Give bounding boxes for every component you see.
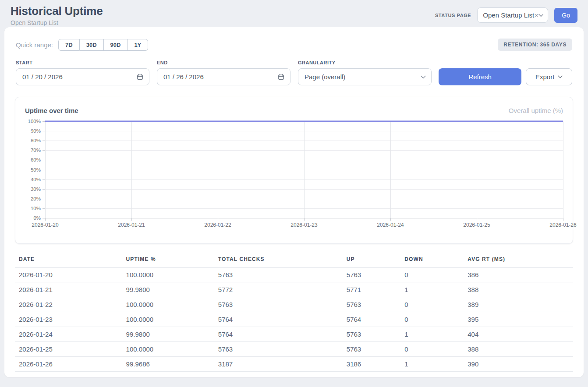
x-tick	[563, 218, 563, 221]
y-tick-label: 20%	[31, 196, 41, 201]
table-cell: 1	[400, 357, 464, 372]
table-cell: 99.9800	[122, 282, 214, 297]
start-date-input[interactable]: 01 / 20 / 2026	[16, 68, 149, 85]
table-cell: 99.9800	[122, 327, 214, 342]
table-body: 2026-01-20100.00005763576303862026-01-21…	[15, 267, 573, 372]
x-tick-label: 2026-01-24	[377, 222, 404, 228]
y-tick-label: 90%	[31, 128, 41, 134]
table-cell: 404	[464, 327, 573, 342]
chevron-down-icon	[538, 14, 544, 17]
granularity-select[interactable]: Page (overall)	[298, 68, 432, 85]
end-date-field: END 01 / 26 / 2026	[157, 60, 290, 85]
table-cell: 2026-01-22	[15, 297, 122, 312]
status-page-select[interactable]: Open Startup List ×	[477, 7, 548, 23]
start-date-value: 01 / 20 / 2026	[22, 73, 63, 81]
chevron-down-icon	[421, 75, 426, 79]
table-cell: 100.0000	[122, 312, 214, 327]
table-cell: 2026-01-20	[15, 267, 122, 282]
quick-range-label: Quick range:	[16, 41, 53, 49]
table-cell: 1	[400, 282, 464, 297]
table-cell: 5771	[343, 282, 400, 297]
quick-range-1y[interactable]: 1Y	[128, 39, 148, 51]
table-row: 2026-01-22100.0000576357630389	[15, 297, 573, 312]
page-title: Historical Uptime	[11, 4, 103, 18]
table-row: 2026-01-2499.9800576457631404	[15, 327, 573, 342]
table-cell: 5763	[343, 327, 400, 342]
table-cell: 2026-01-25	[15, 342, 122, 357]
table-cell: 100.0000	[122, 267, 214, 282]
table-cell: 5763	[343, 267, 400, 282]
col-header-date: DATE	[15, 253, 122, 267]
table-cell: 395	[464, 312, 573, 327]
page-header: Historical Uptime Open Startup List STAT…	[0, 0, 588, 27]
go-button[interactable]: Go	[554, 8, 577, 23]
chevron-down-icon	[558, 75, 563, 78]
clear-icon[interactable]: ×	[535, 11, 538, 19]
calendar-icon[interactable]	[277, 73, 285, 81]
start-date-field: START 01 / 20 / 2026	[16, 60, 149, 85]
granularity-selected-value: Page (overall)	[305, 73, 345, 81]
quick-range-7d[interactable]: 7D	[58, 39, 80, 51]
export-button[interactable]: Export	[526, 68, 572, 85]
title-block: Historical Uptime Open Startup List	[11, 4, 103, 26]
y-tick-label: 100%	[28, 119, 41, 124]
x-tick-label: 2026-01-22	[204, 222, 231, 228]
table-row: 2026-01-20100.0000576357630386	[15, 267, 573, 282]
calendar-icon[interactable]	[136, 73, 144, 81]
start-label: START	[16, 60, 149, 65]
table-cell: 5763	[214, 297, 343, 312]
table-cell: 389	[464, 297, 573, 312]
x-axis-labels: 2026-01-202026-01-212026-01-222026-01-23…	[45, 218, 563, 229]
uptime-chart-card: Uptime over time Overall uptime (%) 100%…	[15, 97, 573, 244]
table-cell: 5763	[214, 342, 343, 357]
table-row: 2026-01-23100.0000576457640395	[15, 312, 573, 327]
quick-range-90d[interactable]: 90D	[104, 39, 128, 51]
page-subtitle: Open Startup List	[11, 19, 103, 26]
table-cell: 5764	[343, 312, 400, 327]
end-label: END	[157, 60, 290, 65]
table-cell: 2026-01-23	[15, 312, 122, 327]
col-header-total-checks: TOTAL CHECKS	[214, 253, 343, 267]
table-cell: 1	[400, 327, 464, 342]
table-cell: 3187	[214, 357, 343, 372]
y-tick-label: 60%	[31, 157, 41, 162]
table-cell: 5763	[214, 267, 343, 282]
table-cell: 390	[464, 357, 573, 372]
table-cell: 5764	[214, 327, 343, 342]
table-cell: 2026-01-26	[15, 357, 122, 372]
uptime-table: DATE UPTIME % TOTAL CHECKS UP DOWN AVG R…	[15, 253, 573, 372]
x-tick-label: 2026-01-23	[290, 222, 317, 228]
y-tick-label: 80%	[31, 138, 41, 143]
filter-form-row: START 01 / 20 / 2026 END 01 / 26 / 2026 …	[4, 51, 584, 85]
col-header-up: UP	[343, 253, 400, 267]
end-date-input[interactable]: 01 / 26 / 2026	[157, 68, 290, 85]
table-cell: 5764	[214, 312, 343, 327]
table-cell: 5763	[343, 342, 400, 357]
table-cell: 0	[400, 342, 464, 357]
col-header-uptime: UPTIME %	[122, 253, 214, 267]
table-cell: 5772	[214, 282, 343, 297]
header-controls: STATUS PAGE Open Startup List × Go	[435, 7, 577, 23]
quick-range-30d[interactable]: 30D	[80, 39, 104, 51]
refresh-button[interactable]: Refresh	[439, 68, 521, 85]
granularity-field: GRANULARITY Page (overall)	[298, 60, 432, 85]
table-cell: 0	[400, 297, 464, 312]
main-panel: Quick range: 7D30D90D1Y RETENTION: 365 D…	[4, 27, 584, 377]
chart-plot[interactable]	[45, 121, 563, 218]
table-cell: 3186	[343, 357, 400, 372]
table-cell: 388	[464, 342, 573, 357]
uptime-line-series	[45, 121, 563, 218]
y-tick-label: 50%	[31, 167, 41, 172]
table-cell: 100.0000	[122, 297, 214, 312]
x-tick-label: 2026-01-20	[32, 222, 58, 228]
table-cell: 5763	[343, 297, 400, 312]
status-page-selected-value: Open Startup List	[483, 11, 534, 19]
table-cell: 0	[400, 267, 464, 282]
status-page-label: STATUS PAGE	[435, 13, 471, 18]
table-cell: 100.0000	[122, 342, 214, 357]
x-tick-label: 2026-01-25	[463, 222, 490, 228]
col-header-down: DOWN	[400, 253, 464, 267]
granularity-label: GRANULARITY	[298, 60, 432, 65]
table-row: 2026-01-2199.9800577257711388	[15, 282, 573, 297]
chart-title: Uptime over time	[25, 107, 78, 114]
